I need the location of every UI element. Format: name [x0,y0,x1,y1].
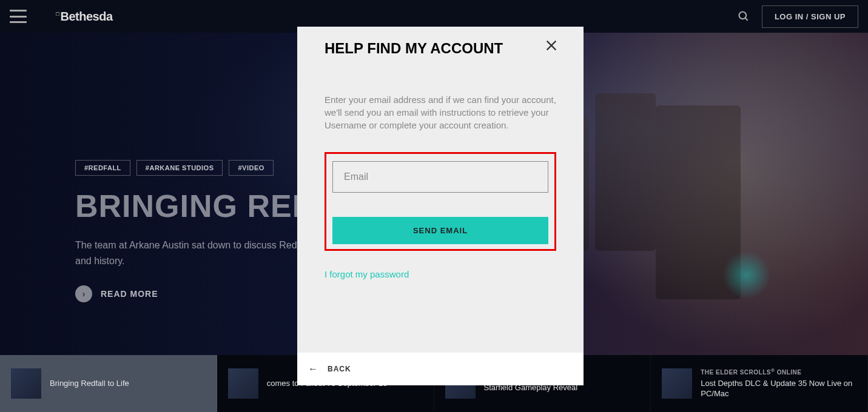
forgot-password-link[interactable]: I forgot my password [325,269,409,279]
find-account-modal: HELP FIND MY ACCOUNT Enter your email ad… [297,27,584,385]
send-email-button[interactable]: SEND EMAIL [332,217,548,244]
email-field[interactable] [332,161,548,193]
highlight-box: SEND EMAIL [325,152,556,251]
modal-description: Enter your email address and if we can f… [325,93,556,131]
modal-footer: ← BACK [297,353,584,385]
back-button[interactable]: BACK [328,365,351,373]
arrow-left-icon[interactable]: ← [308,364,318,374]
close-icon[interactable] [545,39,558,55]
modal-title: HELP FIND MY ACCOUNT [325,40,556,57]
